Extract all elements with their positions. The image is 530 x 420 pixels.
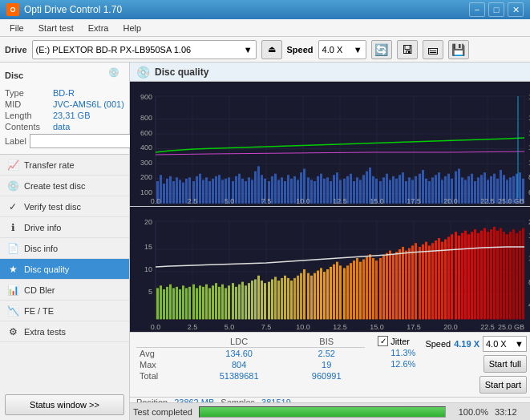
svg-rect-21 [163, 184, 165, 204]
svg-rect-223 [314, 273, 316, 320]
minimize-button[interactable]: − [469, 2, 485, 17]
status-text: Test completed [133, 407, 192, 417]
svg-text:7.5: 7.5 [261, 197, 272, 205]
svg-rect-277 [490, 229, 492, 319]
app-title: Opti Drive Control 1.70 [24, 4, 122, 15]
sidebar-item-transfer-rate[interactable]: 📈 Transfer rate [0, 155, 129, 176]
sidebar-item-create-test-disc[interactable]: 💿 Create test disc [0, 176, 129, 196]
svg-rect-81 [359, 180, 362, 203]
svg-rect-206 [257, 276, 260, 320]
refresh-button[interactable]: 🔄 [371, 40, 392, 59]
sidebar-item-drive-info[interactable]: ℹ Drive info [0, 217, 129, 238]
svg-rect-47 [248, 177, 250, 204]
avg-label: Avg [136, 348, 190, 360]
svg-rect-69 [320, 174, 322, 204]
sidebar-item-extra-tests[interactable]: ⚙ Extra tests [0, 321, 129, 342]
svg-text:20.0: 20.0 [443, 197, 458, 205]
svg-rect-89 [386, 174, 388, 204]
svg-rect-192 [212, 285, 214, 319]
svg-rect-234 [350, 263, 352, 319]
sidebar-item-disc-quality[interactable]: ★ Disc quality [0, 259, 129, 280]
svg-rect-210 [271, 279, 273, 319]
sidebar-item-disc-info[interactable]: 📄 Disc info [0, 238, 129, 259]
svg-rect-285 [516, 233, 518, 320]
svg-rect-196 [225, 288, 227, 319]
svg-rect-212 [277, 281, 280, 319]
svg-text:5.0: 5.0 [225, 323, 235, 331]
status-window-button[interactable]: Status window >> [5, 394, 124, 415]
svg-rect-224 [317, 271, 319, 320]
jitter-checkbox[interactable]: ✓ [378, 336, 388, 346]
svg-rect-186 [192, 285, 195, 320]
svg-rect-55 [274, 174, 277, 204]
svg-rect-265 [451, 234, 453, 319]
sidebar-item-cd-bler[interactable]: 📊 CD Bler [0, 280, 129, 301]
svg-rect-262 [441, 242, 443, 320]
svg-rect-105 [438, 172, 440, 204]
stats-panel: LDC BIS Avg 134.60 2.52 Max 804 19 [130, 332, 530, 402]
svg-text:25.0 GB: 25.0 GB [498, 323, 524, 331]
start-part-button[interactable]: Start part [479, 376, 527, 394]
svg-rect-39 [221, 180, 224, 203]
svg-rect-231 [339, 265, 342, 319]
svg-rect-24 [172, 181, 175, 204]
svg-rect-194 [218, 287, 220, 320]
charts-container: LDC Read speed Write speed [130, 82, 530, 332]
svg-rect-59 [287, 175, 289, 204]
svg-rect-54 [271, 176, 273, 204]
sidebar-item-disc-quality-label: Disc quality [24, 265, 69, 274]
svg-rect-221 [307, 273, 310, 320]
svg-rect-259 [431, 243, 434, 319]
speed-dropdown-arrow: ▼ [354, 45, 362, 55]
main-layout: Disc 💿 Type BD-R MID JVC-AMS6L (001) Len… [0, 63, 530, 420]
ldc-column-header: LDC [190, 336, 288, 348]
speed-dropdown[interactable]: 4.0 X ▼ [483, 336, 527, 352]
sidebar-item-fe-te[interactable]: 📉 FE / TE [0, 301, 129, 321]
speed-value: 4.0 X [322, 45, 343, 55]
svg-rect-113 [464, 180, 467, 203]
close-button[interactable]: ✕ [508, 2, 524, 17]
svg-rect-57 [281, 177, 283, 204]
sidebar-item-cd-bler-label: CD Bler [24, 285, 55, 295]
drive-selector[interactable]: (E:) PLEXTOR BD-R PX-LB950SA 1.06 ▼ [32, 40, 257, 59]
top-chart: LDC Read speed Write speed [130, 82, 530, 207]
start-full-button[interactable]: Start full [483, 355, 527, 373]
sidebar-item-verify-test-disc[interactable]: ✓ Verify test disc [0, 196, 129, 217]
svg-text:12.5: 12.5 [333, 197, 347, 205]
eject-button[interactable]: ⏏ [261, 40, 282, 59]
svg-rect-284 [512, 229, 515, 319]
svg-rect-181 [176, 287, 178, 320]
disc-label-input[interactable] [30, 134, 136, 148]
svg-rect-243 [379, 258, 382, 319]
menu-extra[interactable]: Extra [82, 22, 115, 34]
svg-rect-101 [425, 179, 427, 204]
svg-rect-264 [447, 236, 450, 319]
menu-help[interactable]: Help [116, 22, 148, 34]
jitter-checkbox-row[interactable]: ✓ Jitter [378, 336, 415, 346]
svg-rect-66 [310, 180, 313, 203]
svg-rect-255 [419, 247, 421, 319]
save-button[interactable]: 💾 [448, 40, 469, 59]
settings-button2[interactable]: 🖴 [423, 40, 443, 59]
svg-text:10: 10 [144, 265, 152, 273]
svg-rect-225 [320, 268, 322, 319]
svg-rect-266 [455, 232, 457, 319]
svg-rect-43 [235, 176, 237, 204]
svg-rect-208 [264, 283, 266, 319]
svg-rect-214 [284, 276, 286, 320]
svg-rect-70 [323, 179, 326, 204]
menu-start-test[interactable]: Start test [32, 22, 80, 34]
menu-file[interactable]: File [3, 22, 30, 34]
svg-text:25.0 GB: 25.0 GB [498, 197, 524, 205]
svg-rect-257 [425, 242, 427, 320]
speed-selector[interactable]: 4.0 X ▼ [318, 40, 366, 59]
disc-mid-value: JVC-AMS6L (001) [53, 99, 124, 109]
maximize-button[interactable]: □ [488, 2, 504, 17]
svg-rect-92 [395, 179, 398, 204]
svg-rect-238 [362, 260, 365, 320]
settings-button1[interactable]: 🖫 [397, 40, 418, 59]
total-label: Total [136, 370, 190, 382]
svg-rect-117 [477, 177, 479, 204]
avg-ldc: 134.60 [190, 348, 288, 360]
svg-rect-199 [235, 287, 237, 320]
